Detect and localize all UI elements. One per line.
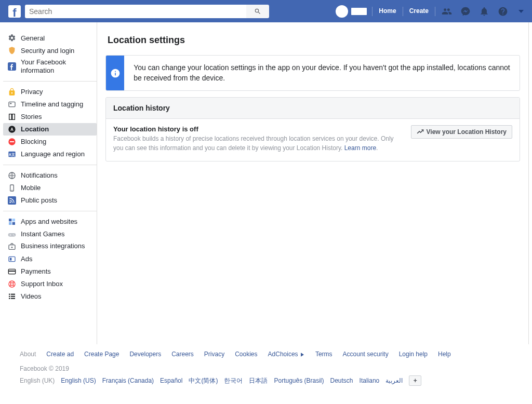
sidebar-item-label: Blocking (21, 138, 46, 145)
footer-links: AboutCreate adCreate PageDevelopersCaree… (20, 351, 512, 358)
svg-rect-25 (9, 293, 10, 294)
sidebar-item-apps-and-websites[interactable]: Apps and websites (3, 216, 97, 228)
sidebar-item-label: Payments (21, 267, 51, 275)
sidebar-item-label: Ads (21, 255, 32, 263)
sidebar-item-label: Timeline and tagging (21, 100, 83, 108)
profile-name-placeholder (351, 8, 367, 15)
footer-link-terms[interactable]: Terms (315, 351, 332, 358)
messenger-icon[interactable] (460, 6, 471, 17)
svg-rect-15 (9, 222, 11, 224)
footer-link-about[interactable]: About (20, 351, 36, 358)
footer-link-privacy[interactable]: Privacy (204, 351, 224, 358)
sidebar-item-label: Instant Games (21, 230, 65, 238)
svg-rect-20 (10, 258, 11, 260)
life-ring-icon (7, 279, 17, 289)
sidebar-item-payments[interactable]: Payments (3, 265, 97, 278)
sidebar-item-instant-games[interactable]: Instant Games (3, 228, 97, 240)
footer-link-login-help[interactable]: Login help (399, 351, 428, 358)
history-description: Facebook builds a history of precise loc… (113, 134, 402, 153)
history-status-title: Your location history is off (113, 125, 402, 133)
facebook-logo[interactable]: f (8, 5, 21, 18)
friend-requests-icon[interactable] (442, 6, 452, 17)
language-link[interactable]: Italiano (360, 377, 380, 384)
language-link[interactable]: Español (160, 377, 182, 384)
footer-link-create-ad[interactable]: Create ad (46, 351, 74, 358)
svg-point-10 (11, 190, 12, 190)
separator (403, 7, 403, 16)
sidebar-item-label: Stories (21, 113, 42, 120)
nav-home[interactable]: Home (374, 4, 401, 18)
svg-rect-11 (8, 196, 16, 205)
language-link[interactable]: 한국어 (224, 376, 243, 385)
globe-icon (7, 171, 17, 180)
search-wrap (25, 5, 254, 18)
video-list-icon (7, 292, 17, 301)
learn-more-link[interactable]: Learn more (344, 144, 376, 152)
language-link[interactable]: Português (Brasil) (274, 377, 324, 384)
footer-link-create-page[interactable]: Create Page (84, 351, 119, 358)
account-dropdown-arrow[interactable] (518, 10, 524, 13)
search-button[interactable] (246, 5, 269, 18)
language-link[interactable]: 日本語 (249, 376, 268, 385)
sidebar-item-label: Security and login (21, 47, 74, 55)
sidebar-item-support-inbox[interactable]: Support Inbox (3, 278, 97, 290)
help-icon[interactable] (498, 6, 508, 17)
language-link[interactable]: Français (Canada) (102, 377, 154, 384)
sidebar-item-security-and-login[interactable]: Security and login (3, 44, 97, 57)
sidebar-item-business-integrations[interactable]: Business integrations (3, 240, 97, 253)
separator (435, 7, 435, 16)
svg-rect-2 (10, 103, 11, 104)
sidebar-item-language-and-region[interactable]: A文Language and region (3, 148, 97, 160)
sidebar-item-videos[interactable]: Videos (3, 290, 97, 303)
footer-link-help[interactable]: Help (438, 351, 451, 358)
svg-point-3 (8, 126, 15, 132)
search-input[interactable] (25, 5, 254, 18)
svg-rect-26 (11, 293, 15, 294)
footer-link-cookies[interactable]: Cookies (235, 351, 257, 358)
nav-create[interactable]: Create (404, 4, 434, 18)
search-icon (254, 8, 261, 15)
footer-link-developers[interactable]: Developers (129, 351, 161, 358)
avatar (336, 5, 348, 18)
section-content: Your location history is off Facebook bu… (113, 125, 402, 153)
info-banner: You can change your location settings in… (105, 55, 520, 91)
svg-point-18 (11, 247, 13, 248)
language-icon: A文 (7, 150, 17, 159)
add-language-button[interactable]: + (409, 375, 421, 386)
svg-rect-19 (9, 257, 15, 261)
sidebar-item-blocking[interactable]: Blocking (3, 136, 97, 148)
language-link[interactable]: Deutsch (330, 377, 353, 384)
view-location-history-button[interactable]: View your Location History (411, 125, 512, 139)
svg-rect-27 (9, 295, 10, 297)
language-link[interactable]: العربية (385, 377, 403, 384)
notifications-icon[interactable] (479, 6, 489, 17)
graph-icon (417, 128, 424, 136)
sidebar-item-label: Your Facebook information (21, 58, 94, 75)
mobile-icon (7, 183, 17, 193)
sidebar-item-location[interactable]: Location (3, 123, 97, 136)
credit-card-icon (7, 267, 17, 276)
sidebar-item-label: Location (21, 125, 49, 133)
sidebar-item-general[interactable]: General (3, 32, 97, 44)
location-a-icon (7, 125, 17, 134)
sidebar-item-privacy[interactable]: Privacy (3, 86, 97, 98)
footer-link-account-security[interactable]: Account security (343, 351, 389, 358)
sidebar-item-mobile[interactable]: Mobile (3, 182, 97, 194)
view-button-label: View your Location History (427, 128, 507, 136)
sidebar-item-your-facebook-information[interactable]: Your Facebook information (3, 57, 97, 77)
language-link[interactable]: 中文(简体) (189, 376, 218, 385)
current-language: English (UK) (20, 377, 55, 384)
sidebar-item-timeline-and-tagging[interactable]: Timeline and tagging (3, 98, 97, 111)
sidebar-item-notifications[interactable]: Notifications (3, 169, 97, 182)
sidebar-item-public-posts[interactable]: Public posts (3, 194, 97, 207)
svg-text:A文: A文 (9, 152, 15, 156)
settings-sidebar: GeneralSecurity and loginYour Facebook i… (3, 22, 97, 344)
footer-link-careers[interactable]: Careers (171, 351, 194, 358)
footer-link-adchoices[interactable]: AdChoices (268, 351, 305, 358)
info-text: You can change your location settings in… (124, 56, 520, 90)
sidebar-item-ads[interactable]: Ads (3, 253, 97, 265)
language-link[interactable]: English (US) (61, 377, 96, 384)
sidebar-item-stories[interactable]: Stories (3, 111, 97, 123)
profile-link[interactable] (331, 4, 371, 18)
svg-point-12 (9, 201, 11, 203)
